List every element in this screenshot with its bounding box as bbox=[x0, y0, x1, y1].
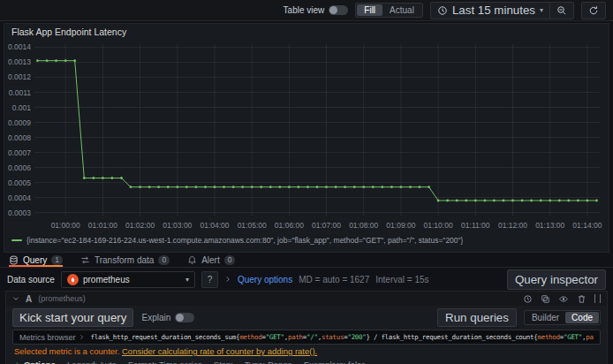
svg-text:0.0008: 0.0008 bbox=[8, 133, 31, 142]
table-view-toggle[interactable] bbox=[329, 5, 348, 15]
promql-editor[interactable]: Metrics browser flask_http_request_durat… bbox=[12, 330, 601, 345]
latency-chart[interactable]: 0.00030.00040.00050.00060.00070.00080.00… bbox=[8, 39, 605, 235]
explain-toggle[interactable] bbox=[175, 313, 194, 322]
tab-transform-count: 0 bbox=[158, 255, 170, 265]
fill-actual-group: Fill Actual bbox=[355, 3, 423, 18]
svg-text:0.0004: 0.0004 bbox=[8, 193, 31, 202]
query-toolbar-right: Run queries Builder Code bbox=[437, 308, 601, 327]
tab-alert[interactable]: Alert 0 bbox=[187, 253, 235, 267]
chart-legend: {instance="ec2-184-169-216-224.us-west-1… bbox=[8, 235, 605, 246]
datasource-row: Data source prometheus ▾ ? Query options… bbox=[0, 268, 613, 291]
svg-text:01:00:00: 01:00:00 bbox=[51, 221, 80, 230]
database-icon bbox=[9, 255, 19, 265]
fill-button[interactable]: Fill bbox=[357, 4, 382, 16]
prometheus-logo-icon bbox=[67, 274, 79, 285]
edit-panel-toolbar: Table view Fill Actual Last 15 minutes ▾ bbox=[0, 0, 613, 21]
transform-icon bbox=[80, 255, 90, 265]
counter-warning-text: Selected metric is a counter. bbox=[14, 346, 119, 356]
bell-icon bbox=[187, 255, 197, 265]
datasource-help-button[interactable]: ? bbox=[201, 271, 218, 288]
svg-text:0.0014: 0.0014 bbox=[8, 42, 31, 51]
options-toggle[interactable]: Options bbox=[14, 360, 56, 364]
clock-icon bbox=[437, 5, 448, 16]
table-view-control: Table view bbox=[284, 5, 349, 15]
chevron-right-icon bbox=[79, 334, 85, 340]
svg-text:0.0006: 0.0006 bbox=[8, 163, 31, 172]
query-inspector-button[interactable]: Query inspector bbox=[507, 269, 606, 290]
svg-text:0.0012: 0.0012 bbox=[8, 72, 31, 81]
datasource-select[interactable]: prometheus ▾ bbox=[61, 271, 195, 288]
svg-text:01:09:00: 01:09:00 bbox=[386, 221, 415, 230]
svg-text:0.0005: 0.0005 bbox=[8, 178, 31, 187]
svg-text:01:02:00: 01:02:00 bbox=[125, 221, 155, 230]
chevron-down-icon: ▾ bbox=[540, 6, 543, 14]
panel-title: Flask App Endpoint Latency bbox=[8, 26, 605, 39]
tab-alert-label: Alert bbox=[201, 255, 220, 265]
svg-text:01:13:00: 01:13:00 bbox=[535, 221, 564, 230]
builder-code-switch: Builder Code bbox=[524, 310, 601, 325]
chevron-down-icon: ▾ bbox=[185, 276, 189, 284]
datasource-value: prometheus bbox=[83, 275, 130, 284]
builder-mode-button[interactable]: Builder bbox=[526, 312, 565, 323]
svg-text:01:07:00: 01:07:00 bbox=[312, 221, 341, 230]
time-range-label: Last 15 minutes bbox=[452, 4, 535, 17]
time-controls: Last 15 minutes ▾ bbox=[430, 2, 574, 19]
code-mode-button[interactable]: Code bbox=[565, 312, 599, 323]
tab-query[interactable]: Query 1 bbox=[9, 253, 63, 267]
tab-transform-data[interactable]: Transform data 0 bbox=[80, 253, 170, 267]
query-row-actions bbox=[523, 294, 601, 304]
option-step: Step: bbox=[214, 360, 233, 364]
tab-query-label: Query bbox=[23, 255, 47, 265]
explain-label: Explain bbox=[141, 313, 170, 322]
tab-query-count: 1 bbox=[51, 255, 63, 265]
refresh-button[interactable] bbox=[581, 2, 606, 19]
eye-icon[interactable] bbox=[558, 294, 569, 304]
svg-text:01:06:00: 01:06:00 bbox=[275, 221, 304, 230]
option-exemplars: Exemplars: false bbox=[304, 360, 366, 364]
time-range-picker[interactable]: Last 15 minutes ▾ bbox=[430, 2, 550, 19]
metrics-browser-toggle[interactable]: Metrics browser bbox=[19, 333, 85, 342]
editor-tabs: Query 1 Transform data 0 Alert 0 bbox=[0, 253, 613, 268]
svg-text:01:01:00: 01:01:00 bbox=[88, 221, 117, 230]
options-label: Options bbox=[24, 360, 56, 364]
query-ref-id: A bbox=[26, 294, 32, 304]
run-queries-button[interactable]: Run queries bbox=[437, 308, 517, 327]
kick-start-query-button[interactable]: Kick start your query bbox=[12, 308, 133, 327]
legend-series-swatch[interactable] bbox=[11, 239, 22, 241]
tab-alert-count: 0 bbox=[224, 255, 236, 265]
svg-text:0.0011: 0.0011 bbox=[9, 88, 32, 97]
rate-hint-link[interactable]: Consider calculating rate of counter by … bbox=[122, 346, 317, 356]
svg-text:0.0007: 0.0007 bbox=[8, 148, 31, 157]
actual-button[interactable]: Actual bbox=[382, 4, 421, 16]
option-legend: Legend: Auto bbox=[67, 360, 117, 364]
counter-warning: Selected metric is a counter. Consider c… bbox=[6, 345, 607, 357]
legend-series-label[interactable]: {instance="ec2-184-169-216-224.us-west-1… bbox=[26, 236, 463, 245]
max-data-points-summary: MD = auto = 1627 bbox=[299, 275, 369, 284]
datasource-label: Data source bbox=[7, 275, 55, 284]
chevron-right-icon bbox=[224, 276, 231, 283]
copy-icon[interactable] bbox=[541, 294, 550, 304]
tab-transform-label: Transform data bbox=[95, 255, 154, 265]
svg-text:01:03:00: 01:03:00 bbox=[163, 221, 192, 230]
trash-icon[interactable] bbox=[577, 294, 587, 304]
zoom-out-button[interactable] bbox=[550, 2, 574, 19]
promql-expression[interactable]: flask_http_request_duration_seconds_sum{… bbox=[91, 333, 594, 341]
metrics-browser-label: Metrics browser bbox=[19, 333, 76, 342]
svg-text:0.0009: 0.0009 bbox=[8, 118, 31, 127]
magnifier-minus-icon bbox=[556, 5, 567, 16]
drag-handle[interactable] bbox=[594, 294, 601, 303]
interval-summary: Interval = 15s bbox=[375, 275, 428, 284]
query-datasource-hint: (prometheus) bbox=[38, 294, 86, 303]
history-icon[interactable] bbox=[523, 294, 533, 304]
svg-text:01:12:00: 01:12:00 bbox=[498, 221, 527, 230]
query-row-card: A (prometheus) Kick start your query Exp… bbox=[5, 291, 608, 364]
svg-text:01:08:00: 01:08:00 bbox=[349, 221, 378, 230]
svg-text:0.0013: 0.0013 bbox=[8, 57, 31, 66]
svg-text:01:11:00: 01:11:00 bbox=[461, 221, 490, 230]
query-options-toggle[interactable]: Query options bbox=[238, 275, 292, 284]
svg-text:01:10:00: 01:10:00 bbox=[424, 221, 453, 230]
query-row-header[interactable]: A (prometheus) bbox=[6, 292, 607, 306]
chevron-down-icon bbox=[12, 295, 19, 302]
option-type: Type: Range bbox=[245, 360, 292, 364]
svg-text:01:05:00: 01:05:00 bbox=[238, 221, 267, 230]
